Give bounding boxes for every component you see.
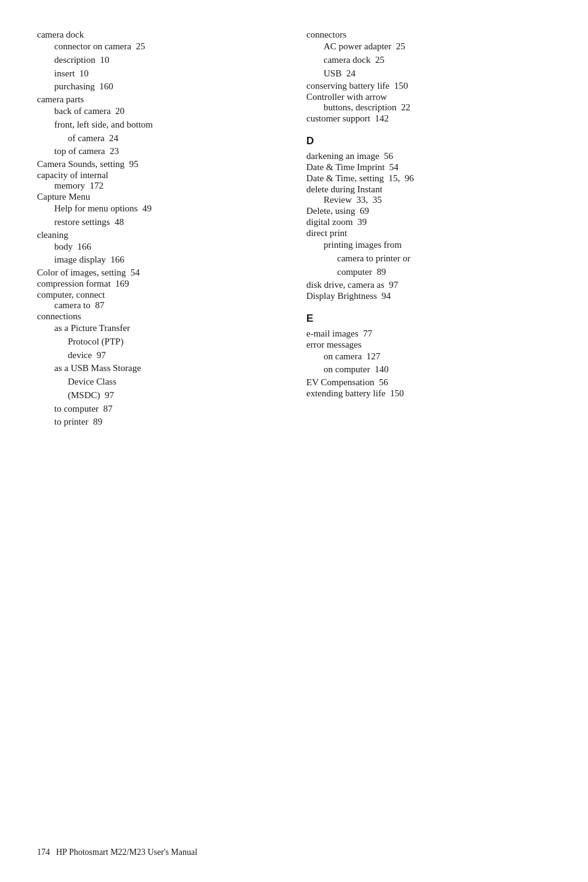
sub-label: Help for menu options 49 (54, 202, 152, 216)
page-container: camera dock connector on camera 25 descr… (0, 0, 588, 882)
entry-capture-menu: Capture Menu Help for menu options 49 re… (37, 192, 282, 229)
entry-title: conserving battery life 150 (306, 81, 408, 91)
entry-title: cleaning (37, 230, 68, 240)
sub-label: top of camera 23 (54, 145, 119, 158)
entry-title: error messages (306, 340, 362, 350)
entry-title: connections (37, 311, 81, 322)
sub-label: camera dock 25 (324, 54, 385, 67)
entry-conserving-battery: conserving battery life 150 (306, 81, 551, 91)
sub-label: description 10 (54, 54, 109, 67)
entry-delete-using: Delete, using 69 (306, 206, 551, 216)
entry-color-images: Color of images, setting 54 (37, 267, 282, 278)
entry-display-brightness: Display Brightness 94 (306, 291, 551, 301)
sub-label: connector on camera 25 (54, 40, 145, 54)
entry-ev-compensation: EV Compensation 56 (306, 377, 551, 388)
entry-cleaning: cleaning body 166 image display 166 (37, 230, 282, 267)
entry-compression-format: compression format 169 (37, 279, 282, 289)
entry-title: Date & Time, setting 15, 96 (306, 173, 414, 184)
sub-label: image display 166 (54, 253, 125, 267)
entry-camera-parts: camera parts back of camera 20 front, le… (37, 94, 282, 158)
right-column: connectors AC power adapter 25 camera do… (306, 30, 551, 399)
sub-label: to printer 89 (54, 415, 102, 429)
entry-date-time-imprint: Date & Time Imprint 54 (306, 162, 551, 173)
entry-title: compression format 169 (37, 279, 129, 289)
entry-customer-support: customer support 142 (306, 113, 551, 124)
entry-controller: Controller with arrow buttons, descripti… (306, 92, 551, 113)
sub-label: Protocol (PTP) (68, 335, 123, 349)
entry-title: camera dock (37, 30, 84, 40)
section-letter-d: D (306, 135, 551, 147)
sub-label: device 97 (68, 349, 106, 362)
sub-label: printing images from (324, 239, 402, 252)
sub-label: on camera 127 (324, 350, 380, 364)
entry-capacity: capacity of internal memory 172 (37, 170, 282, 191)
sub-label: body 166 (54, 240, 91, 254)
index-columns: camera dock connector on camera 25 descr… (37, 30, 551, 430)
entry-title: connectors (306, 30, 346, 40)
entry-title: Camera Sounds, setting 95 (37, 159, 139, 169)
entry-disk-drive: disk drive, camera as 97 (306, 280, 551, 290)
entry-darkening: darkening an image 56 (306, 151, 551, 161)
entry-title: Display Brightness 94 (306, 291, 391, 301)
sub-label: AC power adapter 25 (324, 40, 405, 54)
sub-label: computer 89 (337, 266, 386, 279)
entry-title: Controller with arrow (306, 92, 387, 102)
entry-title: Delete, using 69 (306, 206, 369, 216)
entry-title: customer support 142 (306, 113, 389, 124)
entry-title: Capture Menu (37, 192, 90, 202)
sub-label: memory 172 (54, 181, 104, 190)
sub-label: of camera 24 (68, 132, 118, 145)
entry-title: darkening an image 56 (306, 151, 393, 161)
entry-title: delete during Instant (306, 184, 382, 195)
sub-label: front, left side, and bottom (54, 118, 153, 132)
footer-page-number: 174 (37, 847, 50, 857)
sub-label: (MSDC) 97 (68, 389, 114, 402)
sub-label: USB 24 (324, 67, 356, 81)
entry-title: direct print (306, 228, 347, 239)
entry-title: disk drive, camera as 97 (306, 280, 398, 290)
entry-title: capacity of internal (37, 170, 108, 181)
sub-label: as a USB Mass Storage (54, 362, 141, 375)
entry-title: e-mail images 77 (306, 329, 372, 339)
sub-label: camera to 87 (54, 300, 104, 310)
sub-label: back of camera 20 (54, 105, 125, 118)
entry-title: extending battery life 150 (306, 388, 404, 399)
entry-digital-zoom: digital zoom 39 (306, 217, 551, 227)
sub-label: on computer 140 (324, 363, 388, 377)
entry-title: camera parts (37, 94, 84, 105)
sub-label: purchasing 160 (54, 80, 113, 94)
entry-connectors: connectors AC power adapter 25 camera do… (306, 30, 551, 80)
page-footer: 174 HP Photosmart M22/M23 User's Manual (37, 847, 551, 857)
sub-label: to computer 87 (54, 402, 113, 416)
entry-direct-print: direct print printing images from camera… (306, 228, 551, 279)
entry-connections: connections as a Picture Transfer Protoc… (37, 311, 282, 429)
entry-email-images: e-mail images 77 (306, 329, 551, 339)
entry-title: computer, connect (37, 290, 105, 300)
entry-title: Date & Time Imprint 54 (306, 162, 399, 173)
entry-error-messages: error messages on camera 127 on computer… (306, 340, 551, 377)
sub-label: camera to printer or (337, 252, 410, 266)
section-letter-e: E (306, 312, 551, 325)
entry-computer-connect: computer, connect camera to 87 (37, 290, 282, 311)
entry-extending-battery: extending battery life 150 (306, 388, 551, 399)
sub-label: as a Picture Transfer (54, 322, 130, 335)
entry-camera-sounds: Camera Sounds, setting 95 (37, 159, 282, 169)
footer-title: HP Photosmart M22/M23 User's Manual (56, 847, 197, 857)
sub-label: Review 33, 35 (324, 195, 382, 205)
entry-title: digital zoom 39 (306, 217, 367, 227)
left-column: camera dock connector on camera 25 descr… (37, 30, 282, 430)
sub-label: Device Class (68, 375, 116, 389)
entry-camera-dock: camera dock connector on camera 25 descr… (37, 30, 282, 94)
sub-label: insert 10 (54, 67, 89, 81)
sub-label: restore settings 48 (54, 216, 124, 229)
entry-delete-instant: delete during Instant Review 33, 35 (306, 184, 551, 205)
sub-label: buttons, description 22 (324, 102, 410, 112)
entry-title: EV Compensation 56 (306, 377, 388, 388)
entry-title: Color of images, setting 54 (37, 267, 140, 278)
entry-date-time-setting: Date & Time, setting 15, 96 (306, 173, 551, 184)
